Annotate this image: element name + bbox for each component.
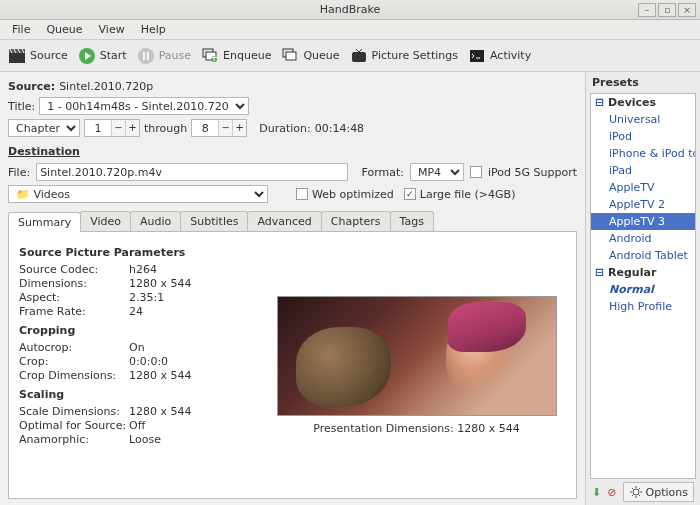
preset-item[interactable]: iPhone & iPod touch — [591, 145, 695, 162]
menubar: File Queue View Help — [0, 20, 700, 40]
svg-rect-12 — [352, 52, 366, 62]
spp-header: Source Picture Parameters — [19, 246, 249, 259]
presentation-dimensions: Presentation Dimensions: 1280 x 544 — [313, 422, 519, 435]
clapperboard-icon — [8, 47, 26, 65]
tv-icon — [350, 47, 368, 65]
pause-icon — [137, 47, 155, 65]
destination-header: Destination — [8, 145, 577, 158]
window-title: HandBrake — [320, 3, 381, 16]
presets-tree[interactable]: ⊟ Devices Universal iPod iPhone & iPod t… — [590, 93, 696, 479]
picture-settings-button[interactable]: Picture Settings — [350, 47, 458, 65]
large-checkbox[interactable]: ✓ — [404, 188, 416, 200]
tab-summary[interactable]: Summary — [8, 212, 81, 232]
svg-rect-13 — [470, 50, 484, 62]
folder-select[interactable]: 📁 Videos — [8, 185, 268, 203]
menu-view[interactable]: View — [93, 21, 131, 38]
play-icon — [78, 47, 96, 65]
gear-icon — [629, 485, 643, 499]
tab-video[interactable]: Video — [80, 211, 131, 231]
chapter-to-stepper[interactable]: 8−+ — [191, 119, 247, 137]
file-label: File: — [8, 166, 30, 179]
preset-item[interactable]: AppleTV 2 — [591, 196, 695, 213]
source-label: Source: — [8, 80, 55, 93]
presets-sidebar: Presets ⊟ Devices Universal iPod iPhone … — [585, 72, 700, 505]
preset-delete-icon[interactable]: ⊘ — [607, 486, 616, 499]
title-select[interactable]: 1 - 00h14m48s - Sintel.2010.720p — [39, 97, 249, 115]
source-button[interactable]: Source — [8, 47, 68, 65]
web-checkbox[interactable] — [296, 188, 308, 200]
scaling-header: Scaling — [19, 388, 249, 401]
toolbar: Source Start Pause + Enqueue Queue Pictu… — [0, 40, 700, 72]
tab-advanced[interactable]: Advanced — [247, 211, 321, 231]
tab-audio[interactable]: Audio — [130, 211, 181, 231]
close-button[interactable]: × — [678, 3, 696, 17]
preset-item[interactable]: Universal — [591, 111, 695, 128]
chapters-mode-select[interactable]: Chapters: — [8, 119, 80, 137]
ipod-label: iPod 5G Support — [488, 166, 577, 179]
maximize-button[interactable]: ▫ — [658, 3, 676, 17]
minimize-button[interactable]: – — [638, 3, 656, 17]
duration-label: Duration: — [259, 122, 310, 135]
svg-rect-0 — [9, 52, 25, 63]
preset-item[interactable]: High Profile — [591, 298, 695, 315]
through-label: through — [144, 122, 187, 135]
preview-thumbnail — [277, 296, 557, 416]
svg-point-15 — [633, 489, 639, 495]
duration-value: 00:14:48 — [315, 122, 364, 135]
format-select[interactable]: MP4 — [410, 163, 464, 181]
large-label: Large file (>4GB) — [420, 188, 516, 201]
tabs: Summary Video Audio Subtitles Advanced C… — [8, 211, 577, 232]
preset-item[interactable]: Android — [591, 230, 695, 247]
activity-button[interactable]: Activity — [468, 47, 531, 65]
preset-item[interactable]: iPod — [591, 128, 695, 145]
tab-content: Source Picture Parameters Source Codec:h… — [8, 232, 577, 499]
preset-item[interactable]: iPad — [591, 162, 695, 179]
start-button[interactable]: Start — [78, 47, 127, 65]
format-label: Format: — [362, 166, 404, 179]
svg-point-3 — [138, 48, 154, 64]
svg-rect-11 — [286, 52, 296, 60]
cropping-header: Cropping — [19, 324, 249, 337]
options-button[interactable]: Options — [623, 482, 694, 502]
svg-rect-5 — [147, 52, 149, 60]
preset-item[interactable]: AppleTV — [591, 179, 695, 196]
web-label: Web optimized — [312, 188, 394, 201]
source-name: Sintel.2010.720p — [59, 80, 153, 93]
presets-regular-group[interactable]: ⊟ Regular — [591, 264, 695, 281]
queue-icon — [281, 47, 299, 65]
presets-devices-group[interactable]: ⊟ Devices — [591, 94, 695, 111]
tab-chapters[interactable]: Chapters — [321, 211, 391, 231]
svg-text:+: + — [209, 51, 218, 64]
preset-item-selected[interactable]: AppleTV 3 — [591, 213, 695, 230]
enqueue-button[interactable]: + Enqueue — [201, 47, 271, 65]
tab-tags[interactable]: Tags — [390, 211, 434, 231]
chapter-from-stepper[interactable]: 1−+ — [84, 119, 140, 137]
titlebar: HandBrake – ▫ × — [0, 0, 700, 20]
terminal-icon — [468, 47, 486, 65]
menu-queue[interactable]: Queue — [40, 21, 88, 38]
svg-rect-4 — [143, 52, 145, 60]
enqueue-icon: + — [201, 47, 219, 65]
pause-button: Pause — [137, 47, 191, 65]
ipod-checkbox[interactable] — [470, 166, 482, 178]
presets-header: Presets — [586, 72, 700, 93]
queue-button[interactable]: Queue — [281, 47, 339, 65]
tab-subtitles[interactable]: Subtitles — [180, 211, 248, 231]
preset-item[interactable]: Android Tablet — [591, 247, 695, 264]
menu-file[interactable]: File — [6, 21, 36, 38]
preset-item[interactable]: Normal — [591, 281, 695, 298]
title-label: Title: — [8, 100, 35, 113]
menu-help[interactable]: Help — [135, 21, 172, 38]
file-input[interactable] — [36, 163, 347, 181]
preset-save-icon[interactable]: ⬇ — [592, 486, 601, 499]
